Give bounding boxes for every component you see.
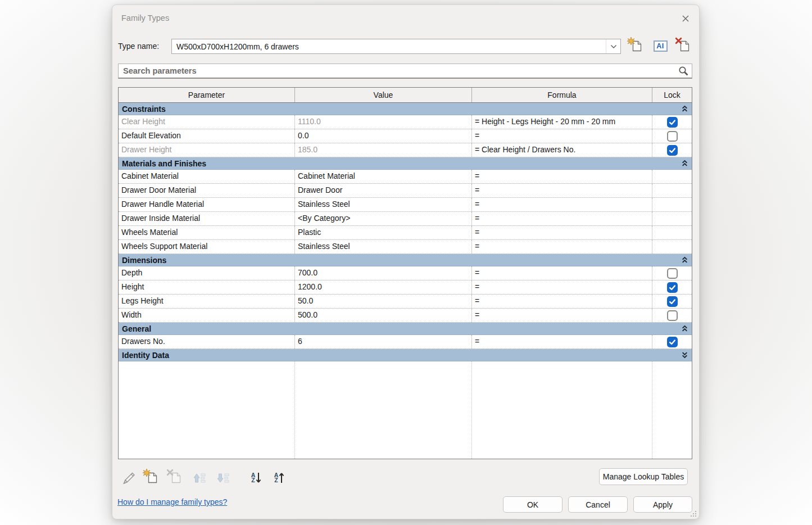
table-row-wheels-material[interactable]: Wheels MaterialPlastic= [119, 226, 692, 240]
cancel-button[interactable]: Cancel [568, 496, 628, 513]
section-header-constraints[interactable]: Constraints [119, 103, 692, 115]
parameter-formula[interactable]: = [471, 309, 652, 322]
table-row-clear-height[interactable]: Clear Height1110.0= Height - Legs Height… [119, 115, 692, 129]
close-button[interactable] [679, 12, 692, 25]
apply-button[interactable]: Apply [633, 496, 692, 513]
parameter-formula[interactable]: = [471, 240, 652, 254]
parameter-formula[interactable]: = [471, 184, 652, 197]
parameter-formula[interactable]: = [471, 335, 652, 349]
parameter-formula[interactable]: = [471, 295, 652, 308]
delete-parameter-button[interactable] [167, 469, 184, 486]
parameter-value[interactable]: Plastic [294, 226, 471, 239]
move-parameter-down-button[interactable] [214, 469, 231, 486]
parameter-formula[interactable]: = Clear Height / Drawers No. [471, 143, 652, 157]
lock-cell[interactable] [652, 184, 692, 197]
parameter-value[interactable]: 500.0 [294, 309, 471, 322]
parameter-formula[interactable]: = [471, 280, 652, 294]
parameter-value[interactable]: 1200.0 [294, 280, 471, 294]
lock-checkbox[interactable] [667, 296, 678, 307]
type-name-combobox[interactable]: W500xD700xH1200mm, 6 drawers [171, 39, 621, 54]
parameter-value[interactable]: 50.0 [294, 295, 471, 308]
collapse-icon[interactable] [681, 105, 688, 112]
parameter-formula[interactable]: = [471, 129, 652, 143]
move-parameter-up-button[interactable] [190, 469, 207, 486]
lock-checkbox[interactable] [667, 117, 678, 128]
lock-checkbox[interactable] [667, 337, 678, 347]
parameter-name: Default Elevation [119, 129, 294, 143]
parameter-value[interactable]: 1110.0 [294, 115, 471, 129]
delete-type-button[interactable] [677, 38, 692, 54]
lock-checkbox[interactable] [667, 268, 678, 279]
table-row-drawer-handle-material[interactable]: Drawer Handle MaterialStainless Steel= [119, 198, 692, 212]
parameter-value[interactable]: 185.0 [294, 143, 471, 157]
lock-cell[interactable] [652, 143, 692, 157]
search-input[interactable] [119, 66, 675, 75]
collapse-icon[interactable] [681, 325, 688, 332]
parameter-formula[interactable]: = [471, 198, 652, 211]
section-header-identity-data[interactable]: Identity Data [119, 349, 692, 361]
rename-type-button[interactable]: AI [652, 38, 668, 54]
table-row-wheels-support-material[interactable]: Wheels Support MaterialStainless Steel= [119, 240, 692, 254]
lock-cell[interactable] [652, 335, 692, 349]
parameter-value[interactable]: Drawer Door [294, 184, 471, 197]
parameter-formula[interactable]: = [471, 212, 652, 225]
table-row-height[interactable]: Height1200.0= [119, 280, 692, 295]
section-header-dimensions[interactable]: Dimensions [119, 254, 692, 266]
lock-cell[interactable] [652, 170, 692, 183]
lock-cell[interactable] [652, 212, 692, 225]
lock-cell[interactable] [652, 295, 692, 308]
table-row-drawer-inside-material[interactable]: Drawer Inside Material<By Category>= [119, 212, 692, 226]
parameter-value[interactable]: 6 [294, 335, 471, 349]
resize-grip[interactable] [690, 510, 697, 517]
lock-cell[interactable] [652, 309, 692, 322]
table-row-cabinet-material[interactable]: Cabinet MaterialCabinet Material= [119, 170, 692, 184]
move-up-icon [192, 470, 207, 486]
help-link[interactable]: How do I manage family types? [117, 497, 227, 506]
parameter-formula[interactable]: = [471, 266, 652, 280]
parameter-value[interactable]: 0.0 [294, 129, 471, 143]
section-header-general[interactable]: General [119, 323, 692, 335]
lock-cell[interactable] [652, 115, 692, 129]
table-row-legs-height[interactable]: Legs Height50.0= [119, 295, 692, 309]
table-row-width[interactable]: Width500.0= [119, 309, 692, 323]
table-row-drawers-no[interactable]: Drawers No.6= [119, 335, 692, 349]
lock-checkbox[interactable] [667, 145, 678, 156]
lock-cell[interactable] [652, 280, 692, 294]
expand-icon[interactable] [681, 351, 688, 359]
search-parameters-field[interactable] [118, 64, 692, 79]
new-parameter-button[interactable] [144, 469, 161, 486]
parameter-value[interactable]: 700.0 [294, 266, 471, 280]
combo-dropdown-button[interactable] [606, 39, 620, 53]
parameter-value[interactable]: Stainless Steel [294, 198, 471, 211]
collapse-icon[interactable] [681, 256, 688, 264]
new-type-button[interactable] [629, 38, 645, 54]
lock-cell[interactable] [652, 266, 692, 280]
parameter-value[interactable]: Cabinet Material [294, 170, 471, 183]
section-title: Dimensions [122, 256, 166, 265]
rename-type-icon: AI [654, 40, 668, 52]
section-header-materials-and-finishes[interactable]: Materials and Finishes [119, 157, 692, 170]
manage-lookup-tables-button[interactable]: Manage Lookup Tables [599, 468, 688, 485]
table-row-default-elevation[interactable]: Default Elevation0.0= [119, 129, 692, 143]
lock-checkbox[interactable] [667, 310, 678, 321]
lock-cell[interactable] [652, 198, 692, 211]
parameter-formula[interactable]: = [471, 170, 652, 183]
parameter-formula[interactable]: = Height - Legs Height - 20 mm - 20 mm [471, 115, 652, 129]
parameter-formula[interactable]: = [471, 226, 652, 239]
sort-descending-button[interactable]: AZ [271, 469, 288, 486]
table-row-drawer-height[interactable]: Drawer Height185.0= Clear Height / Drawe… [119, 143, 692, 157]
lock-cell[interactable] [652, 226, 692, 239]
ok-button[interactable]: OK [503, 496, 562, 513]
table-row-depth[interactable]: Depth700.0= [119, 266, 692, 280]
lock-checkbox[interactable] [667, 282, 678, 293]
section-title: Materials and Finishes [122, 159, 206, 168]
lock-cell[interactable] [652, 129, 692, 143]
parameter-value[interactable]: <By Category> [294, 212, 471, 225]
parameter-value[interactable]: Stainless Steel [294, 240, 471, 254]
lock-checkbox[interactable] [667, 131, 678, 142]
sort-ascending-button[interactable]: AZ [248, 469, 265, 486]
edit-parameter-button[interactable] [120, 469, 137, 486]
table-row-drawer-door-material[interactable]: Drawer Door MaterialDrawer Door= [119, 184, 692, 198]
lock-cell[interactable] [652, 240, 692, 254]
collapse-icon[interactable] [681, 160, 688, 167]
